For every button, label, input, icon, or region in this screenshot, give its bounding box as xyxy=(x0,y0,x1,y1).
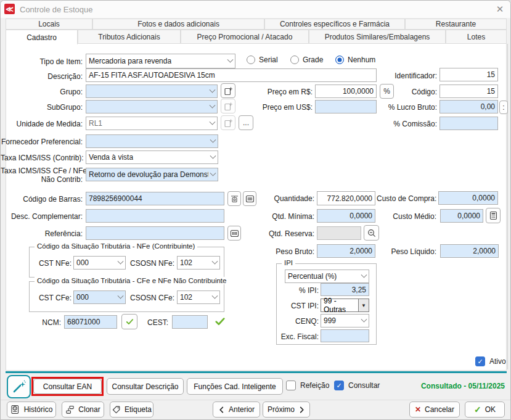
chevron-down-icon xyxy=(210,152,216,159)
descricao-input[interactable]: AF-15 FITA ASF.AUTOADESIVA 15cm xyxy=(86,68,377,82)
peso-liquido-input[interactable]: 2,0000 xyxy=(440,244,499,258)
ipi-mode-select[interactable]: Percentual (%) xyxy=(285,270,369,283)
cest-validate-button[interactable] xyxy=(211,313,228,329)
close-icon[interactable]: ✕ xyxy=(493,2,507,16)
exc-fiscal-input[interactable] xyxy=(321,329,369,342)
cest-label: CEST: xyxy=(142,318,168,327)
lucro-bruto-input[interactable]: 0,00 xyxy=(439,100,498,113)
csosn-nfe-select[interactable]: 102 xyxy=(177,256,220,270)
tipo-de-item-select[interactable]: Mercadoria para revenda xyxy=(86,54,235,68)
barcode-button[interactable] xyxy=(243,191,256,206)
funcoes-label: Funções Cad. Inteligente xyxy=(194,382,276,391)
percent-button[interactable]: % xyxy=(380,84,394,99)
tipo-de-item-label: Tipo de Item: xyxy=(1,57,83,66)
magic-wand-button[interactable] xyxy=(7,375,31,398)
desc-complementar-input[interactable] xyxy=(86,209,224,223)
search-reserva-button[interactable] xyxy=(364,225,379,241)
comissao-input[interactable] xyxy=(439,117,498,130)
pct-ipi-label: % IPI: xyxy=(283,286,319,295)
ativo-checkbox[interactable]: ✓Ativo xyxy=(475,356,506,366)
proximo-button[interactable]: Próximo xyxy=(263,401,310,418)
radio-grade[interactable]: Grade xyxy=(290,56,323,64)
identificador-input[interactable]: 15 xyxy=(439,68,498,81)
tab-fotos-dados-adicionais[interactable]: Fotos e dados adicionais xyxy=(92,19,264,30)
codigo-barras-input[interactable]: 7898256900044 xyxy=(86,192,224,205)
etiqueta-button[interactable]: Etiqueta xyxy=(110,401,153,418)
clonar-button[interactable]: Clonar xyxy=(62,401,104,418)
ncm-validate-button[interactable] xyxy=(121,314,137,329)
historico-button[interactable]: Histórico xyxy=(7,401,56,418)
csosn-cfe-select[interactable]: 102 xyxy=(177,290,220,304)
chevron-right-icon xyxy=(298,406,305,413)
clonar-label: Clonar xyxy=(78,405,100,414)
fornecedor-select[interactable] xyxy=(86,134,218,148)
cst-cfe-select[interactable]: 000 xyxy=(73,290,126,304)
scale-icon xyxy=(230,194,239,204)
cst-nfe-select[interactable]: 000 xyxy=(73,256,126,270)
desc-complementar-label: Desc. Complementar: xyxy=(1,212,83,221)
consultar-descricao-button[interactable]: Consultar Descrição xyxy=(107,378,184,395)
tab-lotes[interactable]: Lotes xyxy=(446,30,507,44)
subgrupo-select[interactable] xyxy=(86,100,218,113)
preco-rs-input[interactable]: 100,0000 xyxy=(315,84,377,98)
preco-us-input[interactable] xyxy=(315,100,377,113)
tab-produtos-similares[interactable]: Produtos Similares/Embalagens xyxy=(309,30,446,44)
grupo-label: Grupo: xyxy=(1,88,83,96)
referencia-input[interactable] xyxy=(86,226,224,240)
cancelar-button[interactable]: ✕Cancelar xyxy=(409,401,460,418)
funcoes-cad-inteligente-button[interactable]: Funções Cad. Inteligente xyxy=(187,378,283,395)
add-unidade-button[interactable] xyxy=(221,115,235,130)
add-grupo-button[interactable] xyxy=(221,83,235,98)
calculator-button[interactable] xyxy=(486,208,501,223)
add-document-icon xyxy=(224,86,233,96)
preco-us-label: Preço em US$: xyxy=(256,103,313,112)
consultar-checkbox[interactable]: ✓Consultar xyxy=(334,381,380,390)
ncm-input[interactable]: 68071000 xyxy=(64,315,117,329)
side-panel-toggle-button[interactable]: : xyxy=(499,101,508,114)
pct-ipi-input[interactable]: 3,25 xyxy=(321,283,369,296)
codigo-input[interactable]: 15 xyxy=(439,84,498,98)
tab-preco-promocional[interactable]: Preço Promocional / Atacado xyxy=(181,30,309,44)
qtd-minima-input[interactable]: 0,0000 xyxy=(317,209,375,223)
taxa-contrib-select[interactable]: Venda à vista xyxy=(86,150,218,164)
csosn-nfe-value: 102 xyxy=(180,258,192,267)
cest-input[interactable] xyxy=(172,315,208,329)
radio-serial[interactable]: Serial xyxy=(247,56,278,64)
unidade-medida-select[interactable]: RL1 xyxy=(86,117,218,130)
cst-ipi-value: 99 - Outras xyxy=(321,297,358,314)
tipo-de-item-value: Mercadoria para revenda xyxy=(89,57,171,65)
teal-separator xyxy=(6,371,507,373)
taxa-nao-contrib-label-line2: Não Contrib: xyxy=(1,175,83,184)
custo-compra-input[interactable]: 0,0000 xyxy=(438,191,498,205)
tab-cadastro[interactable]: Cadastro xyxy=(6,30,78,44)
tab-restaurante[interactable]: Restaurante xyxy=(405,19,507,30)
peso-bruto-input[interactable]: 2,0000 xyxy=(317,244,375,258)
fornecedor-label: Fornecedor Preferencial: xyxy=(1,138,83,146)
cenq-select[interactable]: 999 xyxy=(321,314,369,327)
referencia-barcode-button[interactable] xyxy=(227,226,241,241)
ok-button[interactable]: ✓OK xyxy=(465,401,505,418)
tab-controles-especificos-farmacia[interactable]: Controles específicos e Farmácia xyxy=(264,19,405,30)
right-splitter[interactable] xyxy=(507,44,508,369)
checkbox-checked-icon: ✓ xyxy=(334,381,344,390)
taxa-nao-contrib-label-line1: Taxa ICMS/ISS CFe / NFe xyxy=(1,167,83,175)
scale-button[interactable] xyxy=(227,191,241,206)
refeicao-checkbox[interactable]: Refeição xyxy=(286,381,329,390)
app-logo-icon: ≪ xyxy=(4,4,15,14)
tab-label: Controles específicos e Farmácia xyxy=(280,20,390,28)
quantidade-input[interactable]: 772.820,0000 xyxy=(317,191,375,205)
radio-nenhum[interactable]: Nenhum xyxy=(335,56,375,64)
browse-unidade-button[interactable]: ... xyxy=(239,115,253,130)
barcode-icon xyxy=(245,194,255,204)
taxa-nao-contrib-select[interactable]: Retorno de devolução para Demonstraç xyxy=(86,168,218,181)
tab-locais[interactable]: Locais xyxy=(6,19,92,30)
consultar-ean-highlight xyxy=(31,377,104,396)
cst-ipi-select[interactable]: 99 - Outras▼ xyxy=(321,299,369,312)
tab-tributos-adicionais[interactable]: Tributos Adicionais xyxy=(78,30,181,44)
unidade-medida-value: RL1 xyxy=(89,119,102,128)
grupo-select[interactable] xyxy=(86,84,218,98)
tab-label: Produtos Similares/Embalagens xyxy=(325,33,430,41)
add-subgrupo-button[interactable] xyxy=(221,99,235,113)
anterior-button[interactable]: Anterior xyxy=(213,401,260,418)
custo-medio-input[interactable]: 0,0000 xyxy=(440,209,483,223)
